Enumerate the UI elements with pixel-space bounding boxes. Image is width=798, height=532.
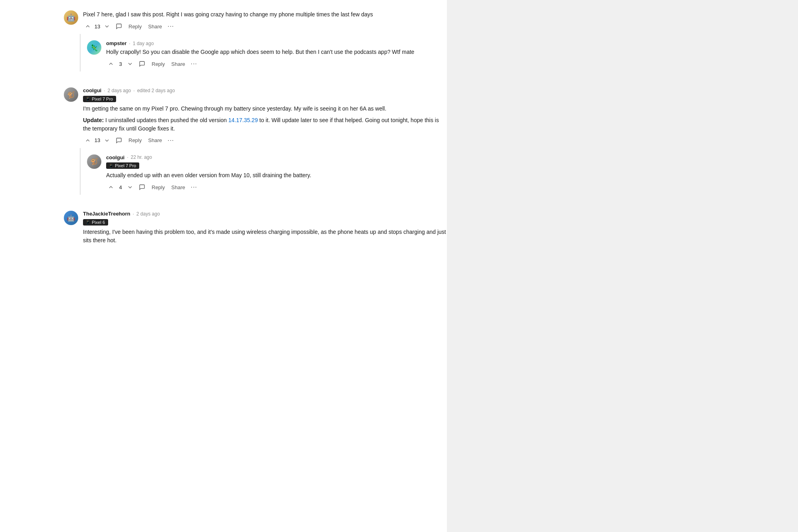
timestamp: 22 hr. ago <box>131 154 152 160</box>
comment-text: I'm getting the same on my Pixel 7 pro. … <box>83 105 447 133</box>
reply-button[interactable]: Reply <box>126 23 144 30</box>
comment-text: Holly crapolly! So you can disable the G… <box>106 48 447 56</box>
comment-button[interactable] <box>136 60 148 68</box>
comment-text: Actually ended up with an even older ver… <box>106 171 447 180</box>
vote-count: 13 <box>94 137 101 143</box>
avatar: 🤖 <box>64 211 78 225</box>
comment-actions: 13 Reply <box>83 22 447 31</box>
downvote-button[interactable] <box>102 22 112 30</box>
comment-meta: coolgui · 2 days ago · edited 2 days ago <box>83 87 447 93</box>
phone-icon: 📱 <box>109 164 113 168</box>
comment-thread-2: 🐒 coolgui · 2 days ago · edited 2 days a… <box>64 81 447 195</box>
comment-meta: coolgui · 22 hr. ago <box>106 154 447 160</box>
avatar: 🤖 <box>64 10 78 25</box>
comment-meta: ompster · 1 day ago <box>106 40 447 46</box>
device-badge: 📱 Pixel 6 <box>83 219 108 225</box>
comments-section: 🤖 Pixel 7 here, glad I saw this post. Ri… <box>64 0 447 255</box>
device-badge: 📱 Pixel 7 Pro <box>106 162 139 169</box>
comment-text: Interesting, I've been having this probl… <box>83 228 447 245</box>
separator: · <box>133 211 134 217</box>
sidebar <box>447 0 511 532</box>
comment-button[interactable] <box>136 183 148 191</box>
downvote-button[interactable] <box>125 60 135 68</box>
share-button[interactable]: Share <box>169 184 188 191</box>
downvote-button[interactable] <box>102 136 112 144</box>
vote-count: 4 <box>117 184 124 190</box>
comment-actions: 4 Reply <box>106 183 447 192</box>
avatar: 🐒 <box>87 154 101 169</box>
device-badge: 📱 Pixel 7 Pro <box>83 96 116 102</box>
comment-item: 🤖 TheJackieTreehorn · 2 days ago 📱 Pixel… <box>64 204 447 251</box>
separator: · <box>127 154 128 160</box>
comment-thread-1: 🤖 Pixel 7 here, glad I saw this post. Ri… <box>64 4 447 71</box>
comment-body: ompster · 1 day ago Holly crapolly! So y… <box>106 40 447 68</box>
comment-actions: 3 Reply <box>106 59 447 68</box>
comment-meta: TheJackieTreehorn · 2 days ago <box>83 211 447 217</box>
comment-text: Pixel 7 here, glad I saw this post. Righ… <box>83 10 447 19</box>
comment-button[interactable] <box>113 22 124 30</box>
comment-actions: 13 Reply <box>83 136 447 145</box>
comment-item: 🤖 Pixel 7 here, glad I saw this post. Ri… <box>64 4 447 34</box>
comment-button[interactable] <box>113 136 124 144</box>
comment-thread-3: 🤖 TheJackieTreehorn · 2 days ago 📱 Pixel… <box>64 204 447 251</box>
timestamp: 1 day ago <box>133 41 154 46</box>
separator: · <box>104 88 105 93</box>
share-button[interactable]: Share <box>146 136 164 144</box>
vote-count: 13 <box>94 24 101 30</box>
username: ompster <box>106 40 126 46</box>
upvote-button[interactable] <box>106 183 116 191</box>
avatar: 🦎 <box>87 40 101 55</box>
phone-icon: 📱 <box>85 220 90 224</box>
more-options-button[interactable]: ··· <box>166 136 176 145</box>
upvote-button[interactable] <box>106 60 116 68</box>
comment-reply: 🐒 coolgui · 22 hr. ago 📱 Pixel 7 Pro <box>80 148 447 195</box>
avatar: 🐒 <box>64 87 78 102</box>
update-label: Update: <box>83 117 104 123</box>
reply-button[interactable]: Reply <box>149 184 167 191</box>
username: coolgui <box>83 87 101 93</box>
separator: · <box>129 41 130 46</box>
username: TheJackieTreehorn <box>83 211 130 217</box>
username: coolgui <box>106 154 124 160</box>
upvote-button[interactable] <box>83 136 93 144</box>
more-options-button[interactable]: ··· <box>189 59 199 68</box>
vote-count: 3 <box>117 61 124 67</box>
version-link[interactable]: 14.17.35.29 <box>228 117 258 123</box>
comment-item: 🐒 coolgui · 2 days ago · edited 2 days a… <box>64 81 447 148</box>
reply-button[interactable]: Reply <box>126 136 144 144</box>
upvote-button[interactable] <box>83 22 93 30</box>
reply-button[interactable]: Reply <box>149 60 167 68</box>
timestamp: 2 days ago <box>136 211 160 217</box>
downvote-button[interactable] <box>125 183 135 191</box>
comment-reply: 🦎 ompster · 1 day ago Holly crapolly! So… <box>80 34 447 71</box>
share-button[interactable]: Share <box>146 23 164 30</box>
edited-tag: edited 2 days ago <box>137 88 175 93</box>
comment-body: coolgui · 22 hr. ago 📱 Pixel 7 Pro Actua… <box>106 154 447 192</box>
comment-body: Pixel 7 here, glad I saw this post. Righ… <box>83 10 447 31</box>
comment-body: coolgui · 2 days ago · edited 2 days ago… <box>83 87 447 145</box>
phone-icon: 📱 <box>85 97 90 101</box>
more-options-button[interactable]: ··· <box>189 183 199 192</box>
timestamp: 2 days ago <box>108 88 131 93</box>
comment-body: TheJackieTreehorn · 2 days ago 📱 Pixel 6… <box>83 211 447 248</box>
separator: · <box>133 88 134 93</box>
more-options-button[interactable]: ··· <box>166 22 176 31</box>
share-button[interactable]: Share <box>169 60 188 68</box>
